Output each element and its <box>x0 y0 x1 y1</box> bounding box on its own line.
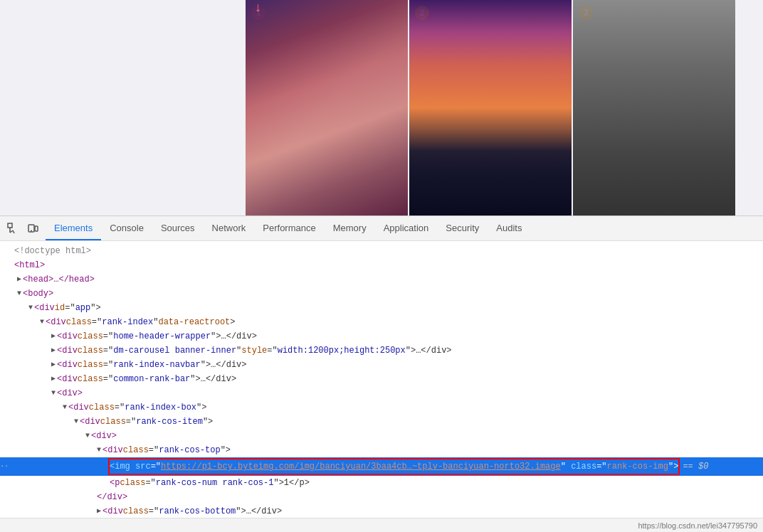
highlighted-dom-line[interactable]: ·· <img src="https://p1-bcy.byteimg.com/… <box>0 457 763 476</box>
dom-line[interactable]: ▶ <head>…</head> <box>0 272 763 287</box>
highlighted-element: <img src="https://p1-bcy.byteimg.com/img… <box>108 458 680 475</box>
preview-image-1: 1 <box>246 0 408 216</box>
devtools-tabs: Elements Console Sources Network Perform… <box>46 216 530 240</box>
tab-audits[interactable]: Audits <box>488 216 530 240</box>
dom-line[interactable]: ▼ <div class="rank-cos-top"> <box>0 443 763 457</box>
img-src-url: https://p1-bcy.byteimg.com/img/banciyuan… <box>161 462 561 472</box>
dom-line[interactable]: ▼ <div id="app"> <box>0 301 763 315</box>
tab-console[interactable]: Console <box>101 216 152 240</box>
preview-images: 1 2 3 <box>246 0 763 216</box>
dom-line[interactable]: ▶ <div class="dm-carousel banner-inner" … <box>0 344 763 358</box>
preview-image-2: 2 <box>409 0 572 216</box>
status-url: https://blog.csdn.net/lei347795790 <box>638 521 757 530</box>
tab-elements[interactable]: Elements <box>46 216 101 240</box>
dom-line[interactable]: <p class="rank-cos-num rank-cos-1">1</p> <box>0 476 763 490</box>
dom-line[interactable]: ▶ <div class="common-rank-bar">…</div> <box>0 372 763 386</box>
dom-line[interactable]: ▼ <div class="rank-cos-item"> <box>0 415 763 429</box>
dom-line[interactable]: <html> <box>0 258 763 272</box>
svg-rect-5 <box>35 226 38 231</box>
tab-network[interactable]: Network <box>204 216 255 240</box>
arrow-indicator: ↓ <box>255 0 261 15</box>
tab-application[interactable]: Application <box>375 216 438 240</box>
dom-line[interactable]: ▼ <body> <box>0 287 763 301</box>
preview-image-3: 3 <box>573 0 735 216</box>
dom-line[interactable]: ▼ <div> <box>0 429 763 443</box>
tab-sources[interactable]: Sources <box>152 216 204 240</box>
devtools-panel: Elements Console Sources Network Perform… <box>0 216 763 532</box>
svg-rect-0 <box>8 223 12 228</box>
tab-security[interactable]: Security <box>437 216 488 240</box>
line-indicator: ·· <box>0 460 9 473</box>
preview-area: ↓ 1 2 3 <box>0 0 763 216</box>
tab-performance[interactable]: Performance <box>254 216 324 240</box>
dom-line[interactable]: ▼ <div> <box>0 386 763 400</box>
inspect-element-icon[interactable] <box>3 218 23 238</box>
dom-line[interactable]: ▶ <div class="rank-index-navbar">…</div> <box>0 358 763 372</box>
devtools-toolbar: Elements Console Sources Network Perform… <box>0 216 763 241</box>
dom-content[interactable]: <!doctype html> <html> ▶ <head>…</head> … <box>0 241 763 518</box>
dom-line[interactable]: ▼ <div class="rank-index" data-reactroot… <box>0 315 763 329</box>
dom-line[interactable]: </div> <box>0 490 763 504</box>
dom-line[interactable]: ▶ <div class="rank-cos-bottom">…</div> <box>0 504 763 518</box>
dom-line: <!doctype html> <box>0 244 763 258</box>
dom-line[interactable]: ▶ <div class="home-header-wrapper">…</di… <box>0 329 763 344</box>
device-toolbar-icon[interactable] <box>23 218 43 238</box>
svg-line-3 <box>13 230 14 233</box>
status-bar: https://blog.csdn.net/lei347795790 <box>0 518 763 532</box>
tab-memory[interactable]: Memory <box>325 216 375 240</box>
eq-sign: == $0 <box>683 460 708 473</box>
preview-left-panel <box>0 0 246 216</box>
dom-line[interactable]: ▼ <div class="rank-index-box"> <box>0 400 763 415</box>
